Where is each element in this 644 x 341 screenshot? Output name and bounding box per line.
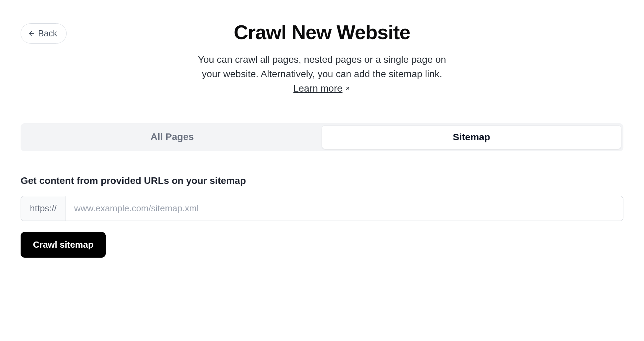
- page-description: You can crawl all pages, nested pages or…: [192, 52, 452, 96]
- sitemap-url-label: Get content from provided URLs on your s…: [21, 175, 623, 186]
- page-header: Crawl New Website You can crawl all page…: [168, 21, 476, 96]
- learn-more-link[interactable]: Learn more: [293, 83, 350, 94]
- description-text: You can crawl all pages, nested pages or…: [198, 54, 446, 79]
- learn-more-text: Learn more: [293, 83, 342, 94]
- sitemap-url-input-group: https://: [21, 196, 623, 221]
- url-protocol-prefix: https://: [21, 196, 66, 221]
- crawl-sitemap-button[interactable]: Crawl sitemap: [21, 232, 106, 258]
- tab-all-pages[interactable]: All Pages: [23, 125, 322, 149]
- sitemap-url-input[interactable]: [66, 196, 623, 221]
- arrow-left-icon: [28, 30, 35, 37]
- svg-line-1: [346, 87, 348, 90]
- page-title: Crawl New Website: [168, 21, 476, 44]
- back-button[interactable]: Back: [21, 23, 67, 44]
- back-button-label: Back: [38, 28, 57, 38]
- external-link-icon: [344, 85, 351, 92]
- tab-sitemap[interactable]: Sitemap: [322, 125, 621, 149]
- tab-bar: All Pages Sitemap: [21, 123, 623, 151]
